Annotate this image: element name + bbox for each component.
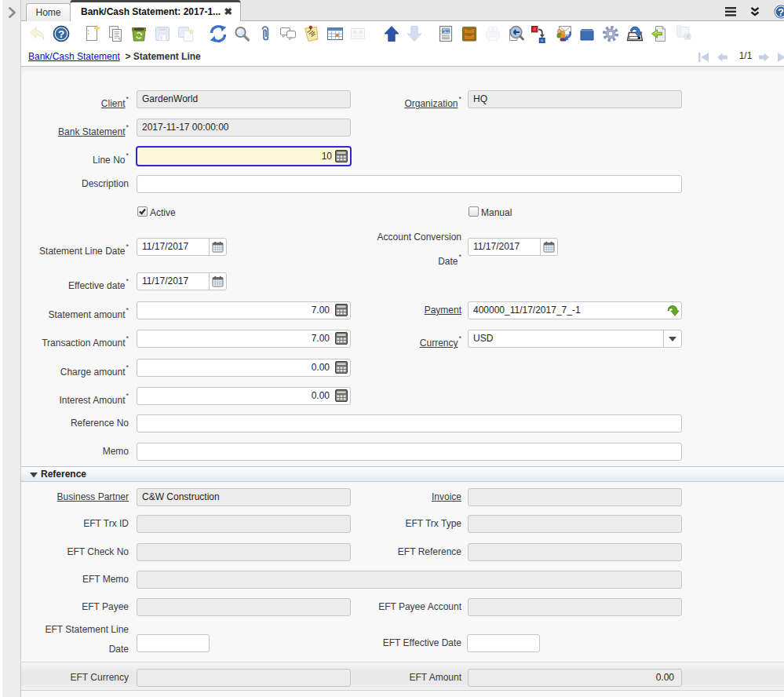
svg-text:?: ? [58, 28, 64, 40]
svg-text:?: ? [778, 6, 784, 18]
